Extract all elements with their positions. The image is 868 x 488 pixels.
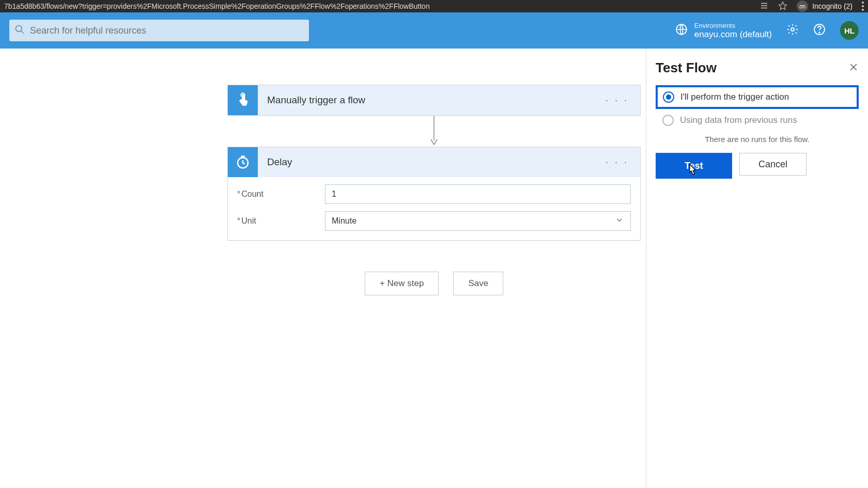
- trigger-card[interactable]: Manually trigger a flow · · ·: [227, 85, 641, 116]
- globe-icon: [675, 23, 688, 38]
- delay-title: Delay: [258, 156, 606, 168]
- environments-label: Environments: [694, 22, 772, 29]
- svg-point-7: [819, 32, 820, 33]
- incognito-label: Incognito (2): [812, 2, 853, 10]
- environment-value: enayu.com (default): [694, 29, 772, 40]
- svg-point-1: [803, 6, 805, 8]
- count-label: *Count: [237, 190, 325, 199]
- search-icon: [14, 24, 25, 37]
- unit-value: Minute: [332, 216, 357, 226]
- clock-icon: [228, 147, 258, 177]
- delay-card[interactable]: Delay · · · *Count *Unit Minute: [227, 147, 641, 241]
- trigger-title: Manually trigger a flow: [258, 95, 606, 106]
- browser-menu-icon[interactable]: [862, 2, 864, 11]
- unit-label: *Unit: [237, 216, 325, 226]
- connector-arrow: [429, 116, 439, 147]
- svg-line-3: [21, 31, 24, 34]
- delay-menu[interactable]: · · ·: [606, 157, 640, 168]
- extensions-icon[interactable]: [760, 1, 769, 12]
- browser-address-bar: 7b1a5d8b63/flows/new?trigger=providers%2…: [0, 0, 868, 12]
- touch-icon: [228, 85, 258, 115]
- chevron-down-icon: [615, 215, 624, 227]
- browser-actions: Incognito (2): [760, 1, 864, 12]
- close-icon[interactable]: [848, 62, 859, 74]
- test-button-highlight: Test: [656, 153, 732, 179]
- app-header: Environments enayu.com (default) HL: [0, 12, 868, 49]
- unit-select[interactable]: Minute: [325, 211, 631, 231]
- cancel-button[interactable]: Cancel: [739, 153, 807, 176]
- environment-picker[interactable]: Environments enayu.com (default): [675, 22, 772, 40]
- browser-url: 7b1a5d8b63/flows/new?trigger=providers%2…: [4, 2, 760, 10]
- radio-previous-label: Using data from previous runs: [680, 115, 797, 125]
- svg-point-5: [791, 28, 794, 31]
- test-flow-panel: Test Flow I'll perform the trigger actio…: [646, 49, 868, 488]
- search-box[interactable]: [9, 20, 309, 41]
- gear-icon[interactable]: [786, 23, 799, 38]
- trigger-menu[interactable]: · · ·: [606, 95, 640, 106]
- help-icon[interactable]: [813, 23, 826, 38]
- save-button[interactable]: Save: [453, 272, 503, 295]
- panel-title: Test Flow: [656, 60, 717, 76]
- test-button[interactable]: Test: [658, 155, 730, 177]
- new-step-button[interactable]: + New step: [365, 272, 439, 295]
- search-input[interactable]: [30, 25, 304, 36]
- incognito-badge[interactable]: Incognito (2): [797, 1, 853, 12]
- svg-point-2: [16, 26, 22, 32]
- star-icon[interactable]: [778, 1, 787, 12]
- radio-selected-icon: [663, 91, 674, 103]
- radio-disabled-icon: [662, 115, 674, 126]
- radio-previous-runs: Using data from previous runs: [656, 109, 859, 132]
- no-runs-hint: There are no runs for this flow.: [656, 135, 859, 144]
- radio-manual-trigger[interactable]: I'll perform the trigger action: [656, 85, 859, 109]
- count-input[interactable]: [325, 184, 631, 204]
- radio-manual-label: I'll perform the trigger action: [680, 92, 789, 102]
- svg-point-0: [800, 6, 802, 8]
- avatar[interactable]: HL: [840, 21, 859, 40]
